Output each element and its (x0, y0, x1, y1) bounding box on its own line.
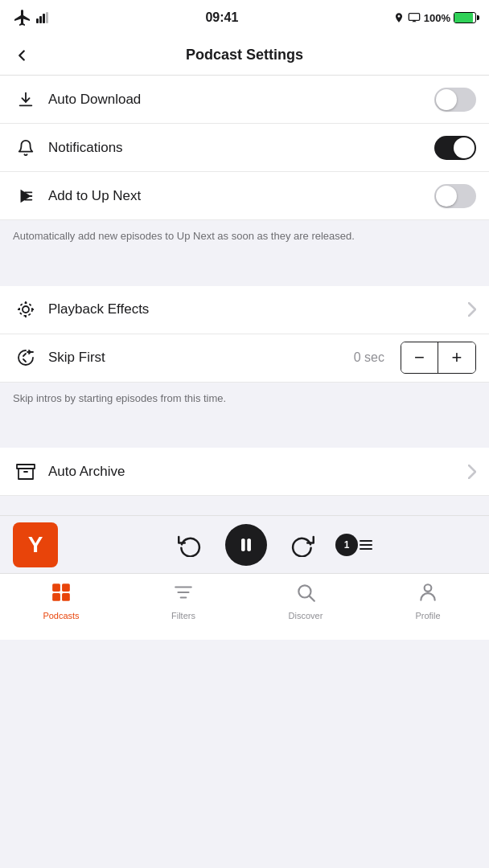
nav-item-discover[interactable]: Discover (244, 582, 367, 620)
skip-first-row: Skip First 0 sec − + (0, 334, 489, 383)
download-icon (13, 87, 39, 113)
airplane-icon (13, 8, 32, 27)
queue-lines-icon (360, 539, 372, 551)
svg-rect-3 (46, 12, 48, 23)
auto-download-toggle[interactable] (434, 88, 476, 112)
skip-first-controls: 0 sec − + (354, 342, 476, 374)
nav-item-filters[interactable]: Filters (122, 582, 244, 620)
add-to-up-next-label: Add to Up Next (48, 188, 434, 204)
chevron-right-icon-2 (468, 465, 476, 479)
archive-icon (13, 459, 39, 485)
chevron-right-icon (468, 302, 476, 317)
nav-label-podcasts: Podcasts (43, 611, 79, 620)
signal-icon (36, 12, 51, 23)
svg-rect-23 (248, 538, 251, 551)
status-right: 100% (393, 12, 476, 24)
add-to-up-next-toggle[interactable] (434, 184, 476, 208)
svg-line-35 (310, 596, 314, 601)
auto-download-toggle-container (434, 88, 476, 112)
location-icon (393, 12, 405, 23)
skip-description: Skip intros by starting episodes from th… (0, 383, 489, 420)
svg-line-19 (23, 359, 26, 362)
svg-rect-2 (43, 14, 45, 23)
settings-section-archive: Auto Archive (0, 448, 489, 496)
podcast-letter: Y (28, 532, 43, 558)
battery-percent: 100% (424, 12, 450, 24)
rewind-icon (178, 533, 202, 557)
bottom-nav: Podcasts Filters Discover (0, 573, 489, 640)
notifications-row: Notifications (0, 124, 489, 172)
up-next-description: Automatically add new episodes to Up Nex… (0, 220, 489, 257)
skip-first-value: 0 sec (354, 350, 384, 365)
svg-rect-22 (242, 538, 245, 551)
skip-first-svg (16, 348, 35, 367)
back-button[interactable] (13, 47, 31, 64)
notifications-label: Notifications (48, 140, 434, 156)
svg-rect-27 (52, 583, 60, 592)
auto-archive-label: Auto Archive (48, 464, 468, 480)
grid-svg (51, 582, 72, 603)
svg-rect-1 (39, 16, 42, 23)
nav-item-profile[interactable]: Profile (367, 582, 489, 620)
bell-icon (13, 135, 39, 161)
playback-effects-svg (16, 300, 35, 319)
header: Podcast Settings (0, 35, 489, 76)
svg-rect-0 (36, 18, 39, 23)
nav-label-profile: Profile (415, 611, 440, 620)
svg-rect-30 (62, 593, 70, 601)
skip-decrement-button[interactable]: − (401, 342, 438, 373)
playback-effects-row[interactable]: Playback Effects (0, 286, 489, 334)
svg-rect-29 (52, 593, 60, 601)
play-pause-button[interactable] (225, 524, 267, 566)
queue-count: 1 (344, 539, 350, 551)
notifications-toggle-container (434, 136, 476, 160)
playback-effects-chevron (468, 302, 476, 317)
svg-rect-20 (17, 465, 35, 469)
auto-download-label: Auto Download (48, 92, 434, 108)
nav-label-discover: Discover (289, 611, 323, 620)
auto-download-row: Auto Download (0, 76, 489, 124)
pause-icon (237, 536, 255, 554)
podcast-artwork[interactable]: Y (13, 522, 58, 567)
player-bar: Y 1 (0, 515, 489, 573)
rewind-button[interactable] (174, 529, 206, 561)
status-bar: 09:41 100% (0, 0, 489, 35)
queue-badge: 1 (335, 534, 358, 556)
svg-point-12 (19, 303, 32, 316)
skip-increment-button[interactable]: + (438, 342, 475, 373)
list-play-icon (13, 183, 39, 209)
player-controls: 1 (68, 524, 476, 566)
grid-icon (51, 582, 72, 608)
page-title: Podcast Settings (186, 47, 303, 63)
notifications-toggle[interactable] (434, 136, 476, 160)
status-time: 09:41 (205, 10, 238, 25)
filters-icon (173, 582, 194, 608)
skip-first-stepper: − + (401, 342, 476, 374)
playback-effects-label: Playback Effects (48, 301, 468, 317)
add-to-up-next-toggle-container (434, 184, 476, 208)
nav-label-filters: Filters (171, 611, 195, 620)
add-to-up-next-row: Add to Up Next (0, 172, 489, 220)
svg-point-36 (425, 584, 432, 592)
auto-archive-chevron (468, 465, 476, 479)
person-icon (417, 582, 438, 608)
settings-section-playback: Playback Effects Skip First 0 sec − + (0, 286, 489, 383)
svg-rect-4 (409, 14, 419, 21)
back-arrow-icon (13, 47, 31, 64)
section-gap-1 (0, 257, 489, 286)
forward-button[interactable] (286, 529, 318, 561)
skip-first-label: Skip First (48, 350, 354, 366)
svg-point-11 (23, 306, 29, 313)
archive-svg (16, 462, 35, 481)
settings-section-toggles: Auto Download Notifications (0, 76, 489, 220)
search-icon (295, 582, 316, 608)
section-gap-3 (0, 496, 489, 515)
nav-item-podcasts[interactable]: Podcasts (0, 582, 122, 620)
queue-button[interactable]: 1 (338, 529, 370, 561)
screen-icon (408, 12, 421, 23)
svg-line-18 (23, 354, 26, 356)
filters-svg (173, 582, 194, 603)
battery-icon (454, 12, 476, 23)
search-svg (295, 582, 316, 603)
auto-archive-row[interactable]: Auto Archive (0, 448, 489, 496)
